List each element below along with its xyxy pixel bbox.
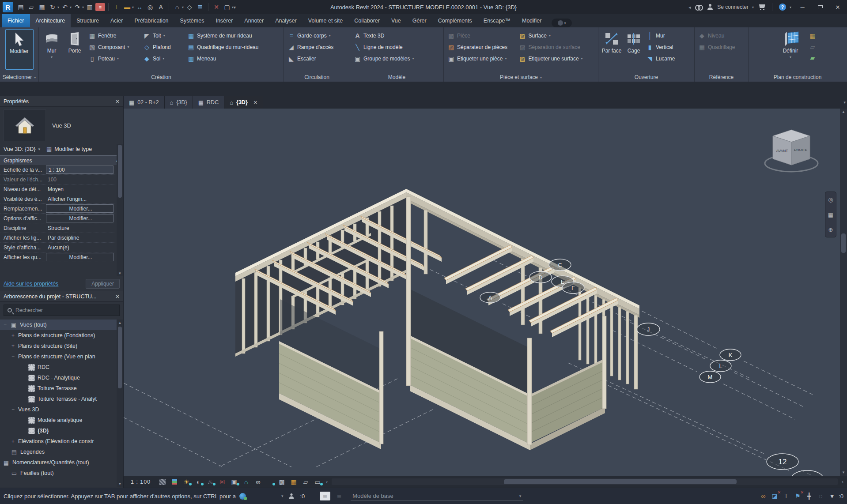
tag-icon[interactable]: ◎: [145, 2, 155, 12]
scrollbar-thumb[interactable]: [841, 233, 846, 253]
view-tab-3d-1[interactable]: ⌂{3D}: [165, 96, 193, 109]
tree-item-modele-analytique[interactable]: Modèle analytique: [0, 415, 123, 425]
tree-item-feuilles[interactable]: ▭Feuilles (tout): [0, 468, 123, 478]
tab-systemes[interactable]: Systèmes: [174, 14, 210, 27]
crop-view-icon[interactable]: ☒: [217, 477, 227, 486]
pan-icon[interactable]: ▦: [828, 211, 833, 218]
surface-button[interactable]: ▨Surface▾: [517, 30, 596, 41]
transfer-icon[interactable]: ≡: [95, 3, 105, 11]
panel-label-selectionner[interactable]: Sélectionner▾: [0, 73, 38, 82]
tree-item-toiture-terrasse[interactable]: Toiture Terrasse: [0, 383, 123, 394]
measure-pin-icon[interactable]: ⊥: [112, 2, 121, 12]
scrollbar-thumb[interactable]: [118, 327, 122, 388]
poteau-button[interactable]: ▯Poteau▾: [87, 53, 140, 64]
tab-complements[interactable]: Compléments: [432, 14, 478, 27]
tree-item-plans-fondations[interactable]: +Plans de structure (Fondations): [0, 330, 123, 341]
navigation-wheel-icon[interactable]: ◎: [828, 196, 833, 203]
default-3d-view-icon[interactable]: ⌂: [172, 2, 182, 12]
display-style-value[interactable]: Aucun(e): [46, 244, 116, 251]
open-icon[interactable]: ▱: [26, 2, 36, 12]
etiqueter-une-surface-button[interactable]: ▨Etiqueter une surface▾: [517, 53, 596, 64]
tree-item-elevations[interactable]: +Elévations (Elévation de constr: [0, 436, 123, 447]
close-tab-icon[interactable]: ✕: [253, 100, 257, 105]
expand-icon[interactable]: +: [11, 343, 15, 349]
tree-item-rdc-analytique[interactable]: RDC - Analytique: [0, 372, 123, 383]
design-option-select[interactable]: Modèle de base ▾: [351, 492, 523, 500]
expand-icon[interactable]: +: [11, 438, 15, 444]
navigation-bar[interactable]: ◎ ▦ ⊕: [825, 192, 836, 237]
aligned-dimension-icon[interactable]: ↔: [135, 2, 144, 12]
scroll-left-icon[interactable]: ‹: [324, 479, 329, 485]
scroll-down-icon[interactable]: ▼: [118, 270, 122, 276]
visibility-value[interactable]: Afficher l'origin...: [46, 196, 116, 202]
highlight-displacement-icon[interactable]: ▱: [300, 477, 311, 486]
editable-only-toggle[interactable]: ≣: [320, 492, 330, 500]
browser-header[interactable]: Arborescence du projet - STRUCTU...✕: [0, 291, 123, 302]
groupe-de-modeles-button[interactable]: ▣Groupe de modèles▾: [352, 53, 440, 64]
design-options-toggle[interactable]: ≣: [334, 492, 344, 500]
background-processes-icon[interactable]: ◌: [816, 492, 825, 500]
search-icon[interactable]: [695, 5, 703, 9]
edit-overrides-button[interactable]: Modifier...: [46, 204, 113, 213]
close-icon[interactable]: ✕: [115, 98, 120, 105]
minimize-button[interactable]: ─: [796, 2, 809, 12]
collapse-icon[interactable]: −: [11, 406, 15, 413]
close-hidden-windows-icon[interactable]: ✕: [212, 2, 221, 12]
detail-level-value[interactable]: Moyen: [46, 186, 116, 192]
par-face-button[interactable]: Par face: [600, 29, 623, 70]
collapse-icon[interactable]: −: [11, 354, 15, 360]
tree-item-nomenclatures[interactable]: ▦Nomenclatures/Quantités (tout): [0, 457, 123, 468]
tab-acier[interactable]: Acier: [105, 14, 129, 27]
ruler-dropdown-icon[interactable]: ▾: [132, 5, 134, 9]
porte-button[interactable]: Porte: [64, 29, 86, 70]
quadrillage-mur-rideau-button[interactable]: ▤Quadrillage du mur-rideau: [185, 41, 272, 53]
tab-architecture[interactable]: Architecture: [30, 14, 71, 27]
tab-inserer[interactable]: Insérer: [210, 14, 238, 27]
sign-in-button[interactable]: Se connecter: [717, 4, 749, 10]
collapse-icon[interactable]: −: [3, 322, 8, 328]
tab-list-dropdown-icon[interactable]: ▾: [843, 96, 846, 109]
type-selector[interactable]: Vue 3D: {3D}▾ ▦ Modifier le type: [0, 144, 123, 156]
properties-scrollbar[interactable]: ▼: [117, 144, 123, 276]
select-links-icon[interactable]: ∞: [758, 492, 768, 500]
search-input[interactable]: Rechercher: [4, 305, 120, 316]
tab-volume-et-site[interactable]: Volume et site: [302, 14, 349, 27]
3d-viewport[interactable]: A C D E F J K L M 12 11: [124, 109, 847, 476]
tree-item-toiture-analytique[interactable]: Toiture Terrasse - Analyt: [0, 394, 123, 404]
edit-quotes-button[interactable]: Modifier...: [46, 253, 113, 261]
toit-button[interactable]: ◤Toit▾: [141, 30, 185, 41]
revit-logo-icon[interactable]: R: [3, 2, 13, 12]
separateur-de-pieces-button[interactable]: ▨Séparateur de pièces: [446, 41, 516, 53]
tab-enscape[interactable]: Enscape™: [478, 14, 516, 27]
graphic-display-options-icon[interactable]: [169, 477, 180, 486]
tab-vue[interactable]: Vue: [386, 14, 407, 27]
tab-annoter[interactable]: Annoter: [238, 14, 269, 27]
scrollbar-thumb[interactable]: [504, 479, 737, 484]
select-elements-by-face-icon[interactable]: ⚑: [793, 492, 802, 500]
tab-modifier[interactable]: Modifier: [516, 14, 547, 27]
reveal-hidden-icon[interactable]: ∞: [253, 477, 263, 486]
shadows-icon[interactable]: ◐: [193, 477, 204, 486]
mur-button[interactable]: Mur ▾: [41, 29, 63, 70]
panel-label-piece-et-surface[interactable]: Pièce et surface▾: [444, 73, 598, 82]
scale-input[interactable]: 1 : 100: [46, 165, 113, 174]
close-button[interactable]: ✕: [831, 2, 844, 12]
section-graphismes[interactable]: Graphismes∧∧: [0, 156, 123, 165]
select-pinned-elements-icon[interactable]: ⊤: [781, 492, 791, 500]
scroll-right-icon[interactable]: ›: [840, 479, 845, 485]
user-icon[interactable]: [707, 4, 713, 10]
undo-dropdown-icon[interactable]: ▾: [70, 5, 72, 9]
scroll-down-icon[interactable]: ▼: [118, 481, 122, 487]
analytical-model-icon[interactable]: ▦: [288, 477, 299, 486]
worksets-icon[interactable]: [287, 492, 296, 500]
temporary-hide-isolate-icon[interactable]: [265, 477, 275, 486]
tree-item-legendes[interactable]: ▤Légendes: [0, 447, 123, 457]
reveal-constraints-icon[interactable]: ▭: [312, 477, 323, 486]
view-tab-02-r2[interactable]: ▦02 - R+2: [124, 96, 165, 109]
visual-style-icon[interactable]: [157, 477, 168, 486]
scrollbar-thumb[interactable]: [118, 145, 122, 198]
etiqueter-une-piece-button[interactable]: ▣Etiqueter une pièce▾: [446, 53, 516, 64]
tree-item-rdc[interactable]: RDC: [0, 362, 123, 372]
scroll-down-icon[interactable]: ▼: [842, 469, 845, 476]
tab-gerer[interactable]: Gérer: [407, 14, 432, 27]
